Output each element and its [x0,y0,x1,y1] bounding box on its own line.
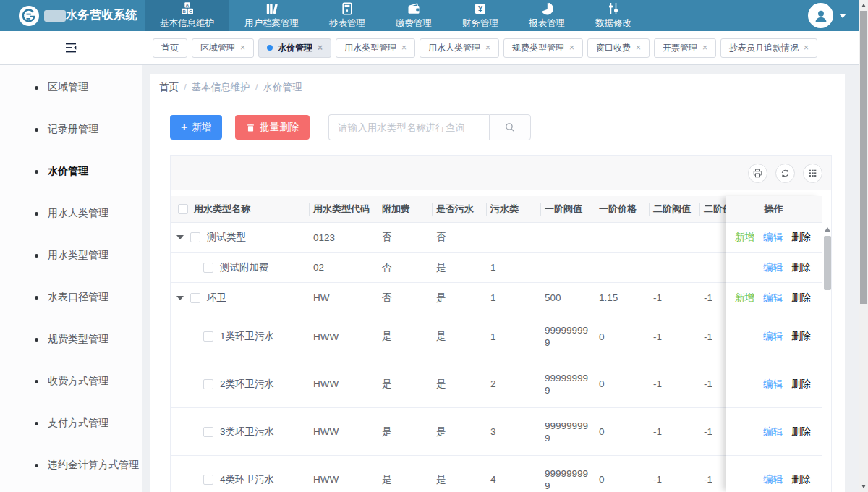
sidebar-item[interactable]: 记录册管理 [0,109,142,150]
sidebar-item-label: 水价管理 [48,165,88,178]
printer-button[interactable] [748,164,767,183]
sidebar-item[interactable]: 水表口径管理 [0,276,142,318]
tab-close-icon[interactable]: × [401,43,407,52]
add-button[interactable]: + 新增 [170,115,222,140]
sidebar-item[interactable]: 规费类型管理 [0,318,142,360]
top-nav-item[interactable]: ABC基本信息维护 [145,0,229,31]
delete-row-link[interactable]: 删除 [791,261,811,274]
sidebar-item[interactable]: 支付方式管理 [0,402,142,444]
tab-close-icon[interactable]: × [485,43,490,52]
sidebar-item[interactable]: 用水大类管理 [0,192,142,234]
delete-row-link[interactable]: 删除 [791,330,811,343]
top-nav-item[interactable]: 抄表管理 [314,0,380,31]
row-actions: 编辑删除 [726,408,822,456]
breadcrumb-module[interactable]: 基本信息维护 [192,82,250,93]
row-actions: 编辑删除 [726,360,822,408]
search-input[interactable] [328,114,489,140]
cell-surcharge: 否 [380,231,435,244]
user-menu-caret-icon[interactable] [839,14,846,18]
tab-item[interactable]: 区域管理× [192,38,254,58]
expand-arrow-icon[interactable] [176,235,184,239]
row-checkbox[interactable] [203,263,213,273]
edit-row-link[interactable]: 编辑 [763,378,783,391]
svg-text:C: C [189,9,192,14]
sidebar-item-label: 规费类型管理 [48,333,109,346]
tab-close-icon[interactable]: × [702,43,707,52]
sidebar-item[interactable]: 收费方式管理 [0,360,142,402]
delete-row-link[interactable]: 删除 [791,473,811,486]
delete-row-link[interactable]: 删除 [791,378,811,391]
cell-surcharge: 是 [380,378,435,391]
row-name-label: 4类环卫污水 [220,473,274,486]
refresh-button[interactable] [775,164,795,183]
tab-item[interactable]: 开票管理× [654,38,716,58]
sidebar-item[interactable]: 用水类型管理 [0,234,142,276]
cell-sewage_class: 2 [489,378,543,389]
row-actions: 编辑删除 [726,253,822,283]
select-all-checkbox[interactable] [178,204,188,214]
add-row-link[interactable]: 新增 [735,292,754,305]
row-checkbox[interactable] [190,293,200,303]
top-nav-item[interactable]: 用户档案管理 [229,0,314,31]
edit-row-link[interactable]: 编辑 [763,231,783,244]
tab-item[interactable]: 水价管理× [258,38,331,58]
edit-row-link[interactable]: 编辑 [763,292,783,305]
top-nav-item[interactable]: 缴费管理 [380,0,447,31]
sidebar-item[interactable]: 违约金计算方式管理 [0,444,142,486]
cell-name: 4类环卫污水 [176,473,312,486]
cell-sewage: 否 [435,231,489,244]
menu-fold-icon[interactable] [64,41,78,55]
edit-row-link[interactable]: 编辑 [763,261,783,274]
table-scrollbar-thumb[interactable] [824,236,831,290]
tab-close-icon[interactable]: × [569,43,574,52]
tab-item[interactable]: 规费类型管理× [503,38,583,58]
sidebar-item[interactable]: 区域管理 [0,67,142,109]
edit-row-link[interactable]: 编辑 [763,425,783,438]
top-nav-item[interactable]: ¥财务管理 [447,0,514,31]
bullet-icon [35,86,38,90]
delete-row-link[interactable]: 删除 [791,292,811,305]
page-scrollbar-thumb[interactable] [860,11,867,304]
cell-value: 否 [436,232,446,242]
scrollbar-down-arrow-icon[interactable] [861,485,866,488]
tab-item[interactable]: 首页 [153,38,187,58]
edit-row-link[interactable]: 编辑 [763,473,783,486]
delete-row-link[interactable]: 删除 [791,425,811,438]
tab-close-icon[interactable]: × [804,43,809,52]
search-button[interactable] [489,114,531,140]
row-name-label: 环卫 [207,292,226,305]
cell-surcharge: 是 [380,330,435,343]
breadcrumb-home[interactable]: 首页 [159,82,179,93]
grid-columns-button[interactable] [803,164,822,183]
user-avatar-icon[interactable] [808,3,833,28]
cell-tier1_price: 0 [597,426,652,437]
row-checkbox[interactable] [203,475,213,485]
tab-label: 区域管理 [200,42,235,54]
breadcrumb-page[interactable]: 水价管理 [263,82,302,93]
edit-row-link[interactable]: 编辑 [763,330,783,343]
actions-column-body: 新增编辑删除编辑删除新增编辑删除编辑删除编辑删除编辑删除编辑删除 [726,223,822,492]
top-nav-item[interactable]: 报表管理 [514,0,580,31]
scrollbar-up-arrow-icon[interactable] [861,4,866,7]
column-label: 二阶阀值 [652,196,702,222]
top-nav-item[interactable]: 数据修改 [580,0,647,31]
cell-sewage_class: 1 [489,331,543,342]
batch-delete-button[interactable]: 批量删除 [235,115,310,140]
tab-item[interactable]: 用水大类管理× [420,38,499,58]
tab-item[interactable]: 抄表员月追款情况× [720,38,817,58]
tab-item[interactable]: 窗口收费× [587,38,650,58]
sidebar-item[interactable]: 水价管理 [0,150,142,192]
scroll-up-arrow-icon[interactable] [825,227,830,232]
row-checkbox[interactable] [203,331,213,342]
row-checkbox[interactable] [190,232,200,242]
tab-item[interactable]: 用水类型管理× [336,38,415,58]
expand-arrow-icon[interactable] [176,296,184,300]
row-checkbox[interactable] [203,379,213,389]
tab-close-icon[interactable]: × [240,43,245,52]
add-row-link[interactable]: 新增 [735,231,754,244]
delete-row-link[interactable]: 删除 [791,231,811,244]
row-checkbox[interactable] [203,427,213,437]
tab-close-icon[interactable]: × [318,43,323,52]
tab-close-icon[interactable]: × [636,43,641,52]
sidebar-item-label: 支付方式管理 [48,417,109,430]
